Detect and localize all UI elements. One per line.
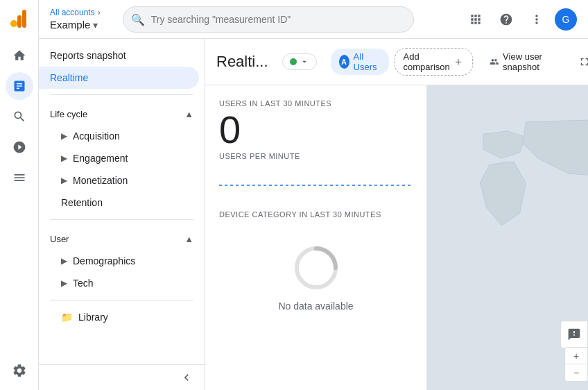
retention-label: Retention (61, 197, 103, 208)
help-icon-button[interactable] (494, 7, 519, 32)
sidebar-item-engagement[interactable]: ▶ Engagement (39, 147, 205, 169)
realtime-label: Realtime (50, 72, 88, 83)
breadcrumb-separator: › (98, 8, 101, 17)
search-container: 🔍 (123, 6, 414, 33)
acquisition-label: Acquisition (73, 130, 120, 142)
lifecycle-section-header[interactable]: Life cycle ▲ (39, 101, 205, 125)
stats-panel: USERS IN LAST 30 MINUTES 0 USERS PER MIN… (205, 85, 427, 390)
sidebar-item-monetization[interactable]: ▶ Monetization (39, 169, 205, 192)
sidebar-divider-2 (50, 219, 193, 220)
no-data-text: No data available (278, 300, 353, 312)
google-analytics-logo (7, 6, 32, 31)
loading-spinner (292, 244, 340, 292)
property-selector[interactable]: Example ▾ (50, 19, 101, 31)
sidebar-divider-1 (50, 94, 193, 95)
user-avatar[interactable]: G (555, 8, 577, 31)
fullscreen-button[interactable] (575, 49, 588, 74)
header-actions: View user snapshot (481, 47, 588, 76)
lifecycle-collapse-icon: ▲ (184, 109, 193, 119)
add-comparison-plus-icon: ＋ (453, 55, 464, 69)
sidebar-item-realtime[interactable]: Realtime (39, 67, 199, 89)
view-snapshot-icon (490, 56, 499, 68)
reports-snapshot-label: Reports snapshot (50, 50, 126, 61)
zoom-out-button[interactable]: − (565, 364, 587, 381)
account-link[interactable]: All accounts (50, 8, 95, 17)
svg-rect-2 (22, 10, 26, 28)
svg-rect-1 (17, 15, 21, 28)
svg-point-0 (10, 20, 17, 27)
all-users-label: All Users (354, 51, 381, 72)
collapse-sidebar-button[interactable] (39, 364, 205, 390)
monetization-expand-icon: ▶ (61, 176, 67, 185)
users-30min-value: 0 (219, 110, 413, 149)
zoom-in-button[interactable]: + (565, 348, 587, 364)
content-body: USERS IN LAST 30 MINUTES 0 USERS PER MIN… (205, 85, 588, 390)
acquisition-expand-icon: ▶ (61, 131, 67, 141)
zoom-controls: + − (564, 347, 588, 382)
tech-label: Tech (73, 278, 94, 289)
status-badge[interactable] (282, 53, 317, 70)
sidebar-divider-3 (50, 300, 193, 300)
map-background: + − (427, 85, 588, 390)
add-comparison-button[interactable]: Add comparison ＋ (395, 48, 473, 76)
all-users-chip: A All Users (331, 49, 389, 75)
monetization-label: Monetization (73, 175, 128, 186)
device-category-label: DEVICE CATEGORY IN LAST 30 MINUTES (219, 210, 413, 219)
content-area: Realti... A All Users Add comparison ＋ V… (205, 39, 588, 390)
demographics-expand-icon: ▶ (61, 256, 67, 266)
sidebar-item-acquisition[interactable]: ▶ Acquisition (39, 125, 205, 147)
library-folder-icon: 📁 (61, 312, 73, 323)
sidebar-item-tech[interactable]: ▶ Tech (39, 272, 205, 294)
settings-button[interactable] (6, 357, 33, 384)
sidebar-item-demographics[interactable]: ▶ Demographics (39, 250, 205, 272)
chevron-down-icon: ▾ (93, 19, 98, 31)
add-comparison-label: Add comparison (404, 51, 450, 72)
sidebar-item-library[interactable]: 📁 Library (39, 306, 205, 328)
engagement-expand-icon: ▶ (61, 153, 67, 163)
nav-home-button[interactable] (6, 42, 33, 69)
breadcrumb: All accounts › (50, 8, 101, 17)
search-icon: 🔍 (131, 12, 145, 26)
nav-configure-button[interactable] (6, 164, 33, 192)
search-input[interactable] (123, 6, 414, 33)
user-section-label: User (50, 234, 69, 244)
lifecycle-section-label: Life cycle (50, 109, 87, 119)
page-title: Realti... (216, 53, 268, 71)
view-user-snapshot-button[interactable]: View user snapshot (481, 47, 569, 76)
sidebar-item-retention[interactable]: Retention (39, 192, 205, 214)
users-per-minute-label: USERS PER MINUTE (219, 152, 413, 160)
demographics-label: Demographics (73, 255, 135, 266)
all-users-icon: A (339, 55, 349, 69)
view-user-snapshot-label: View user snapshot (503, 51, 561, 72)
library-label: Library (78, 312, 108, 323)
apps-icon-button[interactable] (463, 7, 488, 32)
no-data-container: No data available (219, 230, 413, 325)
feedback-button[interactable] (560, 321, 588, 348)
user-collapse-icon: ▲ (184, 234, 193, 244)
topbar-actions: G (463, 7, 577, 32)
status-dot (290, 58, 297, 65)
users-per-minute-chart (219, 171, 413, 199)
content-header: Realti... A All Users Add comparison ＋ V… (205, 39, 588, 85)
nav-advertising-button[interactable] (6, 133, 33, 161)
user-section-header[interactable]: User ▲ (39, 226, 205, 250)
engagement-label: Engagement (73, 153, 128, 164)
sidebar-item-reports-snapshot[interactable]: Reports snapshot (39, 44, 199, 67)
tech-expand-icon: ▶ (61, 278, 67, 288)
users-30min-label: USERS IN LAST 30 MINUTES (219, 99, 413, 108)
property-name-label: Example (50, 19, 90, 31)
nav-explore-button[interactable] (6, 103, 33, 130)
sidebar: Reports snapshot Realtime Life cycle ▲ ▶… (39, 39, 205, 390)
nav-reports-button[interactable] (6, 72, 33, 100)
more-vert-icon-button[interactable] (524, 7, 549, 32)
status-chevron-icon (300, 57, 309, 67)
